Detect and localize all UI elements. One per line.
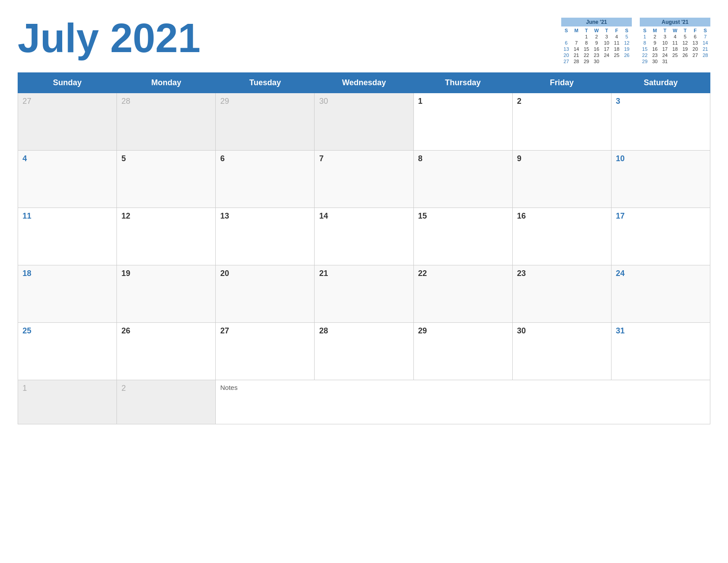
day-number: 28 xyxy=(319,326,328,335)
mini-cal-aug-day: 6 xyxy=(690,34,700,40)
mini-cal-june-day: 8 xyxy=(582,40,592,46)
day-number: 25 xyxy=(23,326,31,335)
calendar-week-row: 11121314151617 xyxy=(18,208,710,265)
day-number: 10 xyxy=(616,154,625,163)
main-calendar: SundayMondayTuesdayWednesdayThursdayFrid… xyxy=(18,72,710,424)
day-number: 18 xyxy=(23,269,31,278)
mini-cal-aug-day: 1 xyxy=(640,34,650,40)
calendar-day-cell: 24 xyxy=(611,265,710,323)
mini-cal-june-day xyxy=(612,58,622,64)
mini-cal-aug-day: 29 xyxy=(640,58,650,64)
mini-cal-aug-day: 27 xyxy=(690,52,700,58)
aug-col-t: T xyxy=(660,27,670,34)
day-number: 1 xyxy=(418,97,423,106)
notes-label: Notes xyxy=(220,384,237,391)
aug-col-s2: S xyxy=(700,27,710,34)
june-col-s: S xyxy=(561,27,571,34)
day-number: 1 xyxy=(23,384,27,393)
mini-cal-aug-day: 17 xyxy=(660,46,670,52)
calendar-day-cell: 20 xyxy=(216,265,315,323)
mini-cal-aug-day: 4 xyxy=(670,34,680,40)
notes-cell: Notes xyxy=(216,380,710,424)
mini-cal-june-day: 15 xyxy=(582,46,592,52)
mini-cal-june-day: 29 xyxy=(582,58,592,64)
mini-cal-aug-day: 10 xyxy=(660,40,670,46)
calendar-week-row: 27282930123 xyxy=(18,93,710,151)
day-number: 4 xyxy=(23,154,27,163)
calendar-day-cell: 16 xyxy=(512,208,611,265)
calendar-day-cell: 6 xyxy=(216,151,315,208)
calendar-day-cell: 12 xyxy=(117,208,216,265)
day-number: 27 xyxy=(220,326,229,335)
aug-col-t2: T xyxy=(680,27,690,34)
june-col-f: F xyxy=(612,27,622,34)
calendar-day-cell: 27 xyxy=(18,93,117,151)
calendar-day-cell: 13 xyxy=(216,208,315,265)
calendar-week-row: 25262728293031 xyxy=(18,323,710,380)
mini-cal-june-day: 21 xyxy=(571,52,582,58)
mini-cal-august-header: August '21 xyxy=(640,18,710,26)
mini-cal-june-day: 23 xyxy=(592,52,602,58)
calendar-day-cell: 3 xyxy=(611,93,710,151)
day-number: 26 xyxy=(121,326,130,335)
mini-cal-aug-day: 31 xyxy=(660,58,670,64)
mini-cal-aug-day: 12 xyxy=(680,40,690,46)
day-number: 19 xyxy=(121,269,130,278)
calendar-weekday-header: Tuesday xyxy=(216,73,315,93)
calendar-day-cell: 5 xyxy=(117,151,216,208)
day-number: 24 xyxy=(616,269,625,278)
calendar-day-cell: 28 xyxy=(315,323,413,380)
mini-cal-june-day xyxy=(571,34,582,40)
calendar-week-row: 18192021222324 xyxy=(18,265,710,323)
calendar-week-row: 12Notes xyxy=(18,380,710,424)
mini-cal-aug-day: 13 xyxy=(690,40,700,46)
mini-cal-aug-day: 24 xyxy=(660,52,670,58)
calendar-day-cell: 15 xyxy=(413,208,512,265)
mini-cal-june-day: 5 xyxy=(622,34,632,40)
day-number: 2 xyxy=(121,384,126,393)
day-number: 20 xyxy=(220,269,229,278)
mini-cal-june-day: 22 xyxy=(582,52,592,58)
calendar-day-cell: 27 xyxy=(216,323,315,380)
day-number: 13 xyxy=(220,212,229,220)
calendar-day-cell: 2 xyxy=(117,380,216,424)
calendar-day-cell: 23 xyxy=(512,265,611,323)
mini-cal-june-day: 6 xyxy=(561,40,571,46)
day-number: 29 xyxy=(220,97,229,106)
day-number: 21 xyxy=(319,269,328,278)
mini-cal-aug-day: 8 xyxy=(640,40,650,46)
mini-cal-aug-day: 7 xyxy=(700,34,710,40)
calendar-day-cell: 11 xyxy=(18,208,117,265)
calendar-day-cell: 4 xyxy=(18,151,117,208)
mini-cal-aug-day xyxy=(700,58,710,64)
day-number: 30 xyxy=(319,97,328,106)
mini-cal-june-day: 18 xyxy=(612,46,622,52)
mini-cal-june-day: 1 xyxy=(582,34,592,40)
mini-cal-june-day xyxy=(601,58,612,64)
mini-cal-june-day: 19 xyxy=(622,46,632,52)
day-number: 29 xyxy=(418,326,427,335)
mini-cal-june-day: 26 xyxy=(622,52,632,58)
calendar-day-cell: 26 xyxy=(117,323,216,380)
mini-cal-june-day: 12 xyxy=(622,40,632,46)
mini-cal-june-day: 13 xyxy=(561,46,571,52)
mini-cal-june-day: 7 xyxy=(571,40,582,46)
aug-col-s: S xyxy=(640,27,650,34)
mini-cal-aug-day: 2 xyxy=(650,34,660,40)
calendar-day-cell: 7 xyxy=(315,151,413,208)
day-number: 30 xyxy=(517,326,526,335)
calendar-day-cell: 1 xyxy=(413,93,512,151)
mini-cal-aug-day: 16 xyxy=(650,46,660,52)
calendar-day-cell: 29 xyxy=(216,93,315,151)
day-number: 23 xyxy=(517,269,526,278)
mini-cal-june-day: 30 xyxy=(592,58,602,64)
calendar-day-cell: 17 xyxy=(611,208,710,265)
mini-cal-june-day: 17 xyxy=(601,46,612,52)
mini-cal-aug-day: 28 xyxy=(700,52,710,58)
calendar-day-cell: 25 xyxy=(18,323,117,380)
mini-cal-aug-day xyxy=(680,58,690,64)
top-section: July 2021 June '21 S M T W T F S 1234567… xyxy=(18,13,710,64)
calendar-week-row: 45678910 xyxy=(18,151,710,208)
day-number: 12 xyxy=(121,212,130,220)
calendar-weekday-header: Monday xyxy=(117,73,216,93)
